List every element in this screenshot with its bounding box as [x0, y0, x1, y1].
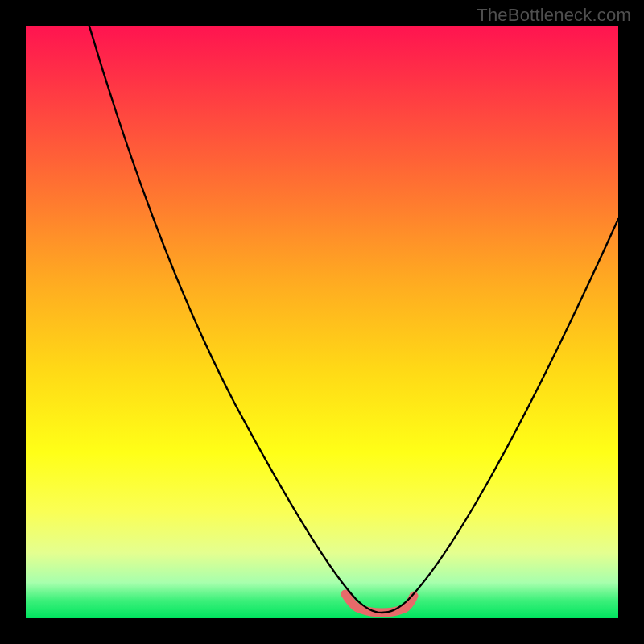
curve-path: [35, 26, 618, 613]
chart-frame: TheBottleneck.com: [0, 0, 644, 644]
bottleneck-curve: [26, 26, 618, 618]
watermark-text: TheBottleneck.com: [477, 5, 631, 26]
plot-area: [26, 26, 618, 618]
